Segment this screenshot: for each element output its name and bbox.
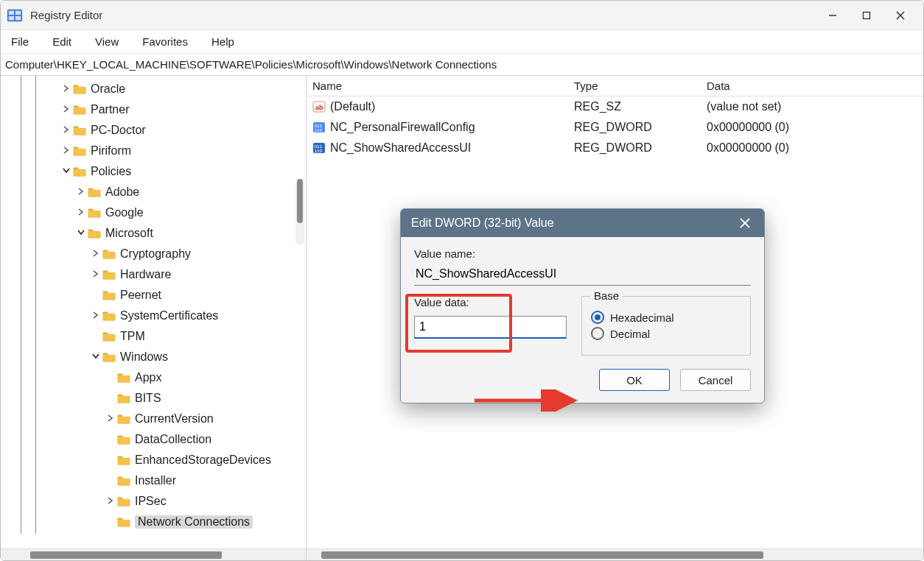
tree-item[interactable]: SystemCertificates — [1, 306, 306, 326]
chevron-down-icon[interactable] — [74, 228, 88, 239]
chevron-right-icon[interactable] — [89, 311, 102, 321]
tree-item-label: Windows — [120, 350, 168, 364]
value-data: 0x00000000 (0) — [701, 141, 923, 155]
ok-button[interactable]: OK — [599, 369, 670, 391]
tree-item[interactable]: Policies — [1, 161, 306, 182]
chevron-right-icon[interactable] — [60, 84, 73, 94]
tree-item[interactable]: Appx — [1, 367, 306, 388]
radio-decimal[interactable]: Decimal — [591, 327, 741, 340]
col-header-type[interactable]: Type — [568, 80, 701, 92]
tree-item[interactable]: Google — [1, 202, 306, 223]
tree-item-label: EnhancedStorageDevices — [135, 454, 271, 467]
tree-item-label: Google — [105, 206, 144, 219]
chevron-right-icon[interactable] — [60, 146, 73, 156]
tree-item-label: BITS — [135, 392, 161, 405]
menu-edit[interactable]: Edit — [49, 34, 74, 49]
tree-view[interactable]: OraclePartnerPC-DoctorPiriformPoliciesAd… — [1, 76, 306, 548]
tree-item-label: Network Connections — [135, 515, 253, 529]
tree-item-label: Installer — [135, 474, 176, 487]
tree-item-label: Cryptography — [120, 247, 191, 261]
folder-icon — [73, 145, 86, 157]
radio-icon-checked — [591, 311, 604, 324]
tree-item-label: Microsoft — [105, 227, 153, 240]
regedit-icon — [7, 7, 23, 24]
folder-icon — [117, 434, 130, 445]
tree-item[interactable]: Peernet — [1, 285, 306, 306]
radio-dec-label: Decimal — [610, 328, 650, 340]
radio-hexadecimal[interactable]: Hexadecimal — [591, 311, 741, 324]
tree-item-label: Partner — [91, 103, 129, 116]
folder-icon — [117, 516, 130, 528]
chevron-right-icon[interactable] — [60, 125, 73, 135]
value-type: REG_DWORD — [568, 121, 701, 134]
value-data-input[interactable] — [414, 316, 567, 339]
svg-text:110: 110 — [315, 149, 323, 153]
folder-icon — [117, 413, 130, 425]
maximize-button[interactable] — [850, 4, 883, 27]
menu-file[interactable]: File — [8, 34, 32, 49]
window-controls — [816, 4, 917, 27]
tree-item[interactable]: EnhancedStorageDevices — [1, 450, 306, 470]
scrollbar-thumb[interactable] — [30, 551, 222, 559]
tree-item-label: DataCollection — [135, 433, 211, 446]
value-row[interactable]: 011110NC_PersonalFirewallConfigREG_DWORD… — [307, 117, 923, 138]
tree-vertical-scrollbar[interactable] — [295, 179, 304, 245]
cancel-button[interactable]: Cancel — [680, 369, 751, 391]
tree-item[interactable]: Installer — [1, 470, 306, 491]
folder-icon — [102, 351, 116, 363]
tree-item[interactable]: Network Connections — [1, 512, 306, 532]
minimize-button[interactable] — [816, 4, 850, 27]
tree-item[interactable]: DataCollection — [1, 429, 306, 450]
col-header-name[interactable]: Name — [307, 80, 568, 92]
chevron-right-icon[interactable] — [74, 208, 88, 218]
chevron-down-icon[interactable] — [60, 166, 73, 177]
chevron-right-icon[interactable] — [60, 105, 73, 115]
scrollbar-thumb[interactable] — [297, 179, 303, 223]
tree-item[interactable]: Piriform — [1, 141, 306, 161]
tree-item-label: Policies — [91, 165, 131, 178]
address-bar[interactable]: Computer\HKEY_LOCAL_MACHINE\SOFTWARE\Pol… — [1, 54, 923, 76]
tree-item[interactable]: Hardware — [1, 264, 306, 285]
folder-icon — [73, 166, 86, 177]
menu-favorites[interactable]: Favorites — [139, 34, 191, 49]
dialog-titlebar[interactable]: Edit DWORD (32-bit) Value — [401, 209, 764, 237]
app-title: Registry Editor — [30, 9, 816, 21]
tree-item[interactable]: Adobe — [1, 182, 306, 202]
value-name-field[interactable] — [414, 264, 751, 286]
menu-view[interactable]: View — [92, 34, 122, 49]
chevron-down-icon[interactable] — [89, 352, 102, 362]
value-row[interactable]: ab(Default)REG_SZ(value not set) — [307, 96, 923, 117]
value-name: NC_PersonalFirewallConfig — [330, 121, 568, 134]
tree-item-label: Oracle — [91, 82, 125, 96]
value-type: REG_SZ — [568, 100, 701, 113]
tree-item[interactable]: Partner — [1, 99, 306, 120]
chevron-right-icon[interactable] — [89, 249, 102, 259]
dialog-close-button[interactable] — [736, 214, 754, 232]
chevron-right-icon[interactable] — [74, 187, 88, 197]
tree-item[interactable]: BITS — [1, 388, 306, 409]
tree-item-label: Appx — [135, 371, 161, 384]
scrollbar-thumb[interactable] — [321, 551, 763, 559]
tree-item[interactable]: Windows — [1, 347, 306, 367]
tree-item[interactable]: CurrentVersion — [1, 409, 306, 429]
close-button[interactable] — [883, 4, 917, 27]
tree-item[interactable]: PC-Doctor — [1, 120, 306, 141]
tree-item[interactable]: Oracle — [1, 79, 306, 99]
base-fieldset: Base Hexadecimal Decimal — [581, 296, 751, 356]
chevron-right-icon[interactable] — [104, 414, 117, 424]
tree-item[interactable]: Microsoft — [1, 223, 306, 244]
folder-icon — [117, 372, 130, 384]
chevron-right-icon[interactable] — [89, 269, 102, 280]
values-horizontal-scrollbar[interactable] — [307, 548, 923, 560]
folder-icon — [102, 310, 116, 322]
tree-horizontal-scrollbar[interactable] — [1, 548, 306, 560]
value-row[interactable]: 011110NC_ShowSharedAccessUIREG_DWORD0x00… — [307, 138, 923, 158]
tree-item[interactable]: TPM — [1, 326, 306, 347]
chevron-right-icon[interactable] — [104, 496, 117, 507]
svg-text:110: 110 — [315, 128, 323, 133]
menu-help[interactable]: Help — [209, 34, 237, 49]
tree-item[interactable]: Cryptography — [1, 244, 306, 264]
tree-item[interactable]: IPSec — [1, 491, 306, 512]
folder-icon — [73, 124, 86, 136]
col-header-data[interactable]: Data — [701, 80, 923, 92]
